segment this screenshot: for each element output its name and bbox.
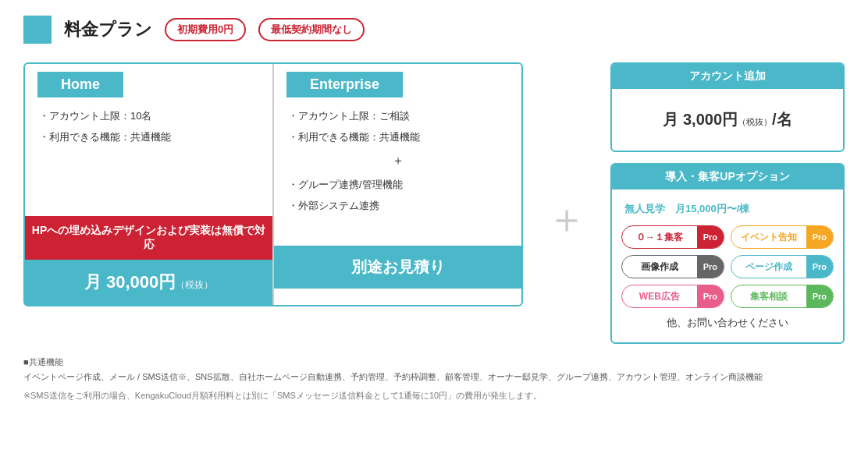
footer-note3: ※SMS送信をご利用の場合、KengakuCloud月額利用料とは別に「SMSメ… xyxy=(23,388,845,403)
enterprise-plan-header: Enterprise xyxy=(286,72,403,97)
enterprise-feature-plus: ＋ xyxy=(288,150,507,172)
option-pro: Pro xyxy=(806,226,833,248)
badge-no-min-period: 最低契約期間なし xyxy=(258,18,365,41)
option-label: 画像作成 xyxy=(622,260,697,274)
options-panel-header: 導入・集客UPオプション xyxy=(612,165,843,189)
account-price: 月 3,000円（税抜）/名 xyxy=(621,101,834,138)
home-plan-column: Home ・アカウント上限：10名 ・利用できる機能：共通機能 HPへの埋め込み… xyxy=(25,64,274,305)
option-item: ページ作成Pro xyxy=(731,255,834,278)
options-panel: 導入・集客UPオプション 無人見学 月15,000円〜/棟 ０→１集客Proイベ… xyxy=(610,163,845,344)
home-plan-features: ・アカウント上限：10名 ・利用できる機能：共通機能 xyxy=(25,107,272,208)
footer-notes: ■共通機能 イベントページ作成、メール / SMS送信※、SNS拡散、自社ホーム… xyxy=(23,355,845,403)
header-icon xyxy=(23,16,52,44)
option-label: ページ作成 xyxy=(731,260,806,274)
option-pro: Pro xyxy=(697,226,724,248)
footer-note1: ■共通機能 xyxy=(23,355,845,370)
page-title: 料金プラン xyxy=(64,18,152,41)
option-pro: Pro xyxy=(697,285,724,307)
promo-banner: HPへの埋め込みデザインおよび実装は無償で対応 xyxy=(25,216,272,260)
option-item: WEB広告Pro xyxy=(621,285,724,308)
options-panel-content: 無人見学 月15,000円〜/棟 ０→１集客Proイベント告知Pro画像作成Pr… xyxy=(612,189,843,342)
option-label: ０→１集客 xyxy=(622,231,697,244)
option-item: ０→１集客Pro xyxy=(621,225,724,249)
footer-note2: イベントページ作成、メール / SMS送信※、SNS拡散、自社ホームページ自動連… xyxy=(23,370,845,384)
options-grid: ０→１集客Proイベント告知Pro画像作成Proページ作成ProWEB広告Pro… xyxy=(621,225,834,308)
account-panel-content: 月 3,000円（税抜）/名 xyxy=(612,89,843,151)
badge-no-initial-fee: 初期費用0円 xyxy=(165,18,246,41)
option-pro: Pro xyxy=(806,285,833,307)
home-plan-price: 月 30,000円（税抜） xyxy=(25,260,272,305)
enterprise-plan-price: 別途お見積り xyxy=(274,246,521,289)
main-layout: Home ・アカウント上限：10名 ・利用できる機能：共通機能 HPへの埋め込み… xyxy=(23,62,845,344)
option-item: 集客相談Pro xyxy=(731,285,834,308)
enterprise-feature-4: ・外部システム連携 xyxy=(288,197,507,214)
home-plan-header: Home xyxy=(37,72,123,97)
page-header: 料金プラン 初期費用0円 最低契約期間なし xyxy=(23,16,845,44)
enterprise-feature-1: ・アカウント上限：ご相談 xyxy=(288,107,507,125)
plans-area: Home ・アカウント上限：10名 ・利用できる機能：共通機能 HPへの埋め込み… xyxy=(23,62,523,306)
right-panels: アカウント追加 月 3,000円（税抜）/名 導入・集客UPオプション 無人見学… xyxy=(610,62,845,344)
home-feature-1: ・アカウント上限：10名 xyxy=(39,107,258,125)
option-pro: Pro xyxy=(806,256,833,278)
options-intro: 無人見学 月15,000円〜/棟 xyxy=(621,202,834,216)
enterprise-feature-3: ・グループ連携/管理機能 xyxy=(288,175,507,193)
option-item: 画像作成Pro xyxy=(621,255,724,278)
account-panel: アカウント追加 月 3,000円（税抜）/名 xyxy=(610,62,845,152)
option-label: イベント告知 xyxy=(731,231,806,244)
home-feature-2: ・利用できる機能：共通機能 xyxy=(39,128,258,146)
enterprise-plan-column: Enterprise ・アカウント上限：ご相談 ・利用できる機能：共通機能 ＋ … xyxy=(274,64,521,305)
plus-sign: ＋ xyxy=(539,192,595,246)
option-pro: Pro xyxy=(697,256,724,278)
other-text: 他、お問い合わせください xyxy=(621,316,834,330)
enterprise-feature-2: ・利用できる機能：共通機能 xyxy=(288,128,507,146)
option-label: 集客相談 xyxy=(731,290,806,303)
option-item: イベント告知Pro xyxy=(731,225,834,249)
option-label: WEB広告 xyxy=(622,290,697,303)
enterprise-plan-features: ・アカウント上限：ご相談 ・利用できる機能：共通機能 ＋ ・グループ連携/管理機… xyxy=(274,107,521,214)
account-panel-header: アカウント追加 xyxy=(612,64,843,89)
